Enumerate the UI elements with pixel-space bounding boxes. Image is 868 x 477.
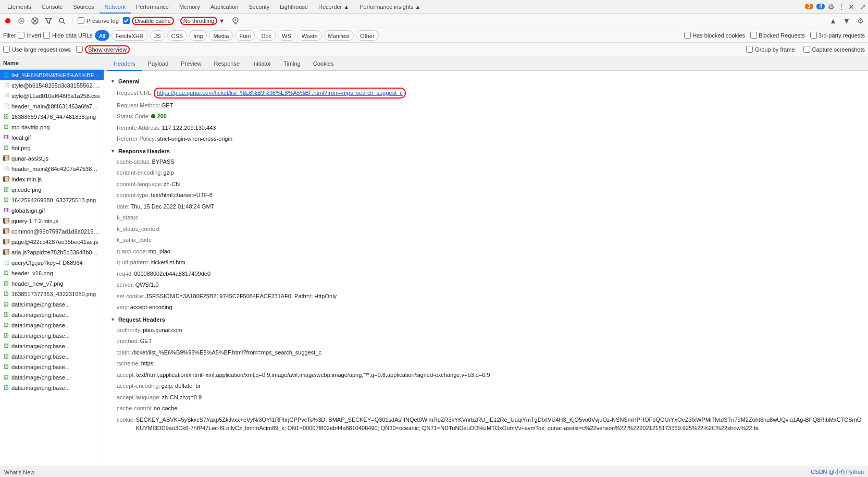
import-har-icon[interactable]: ▲: [828, 16, 838, 26]
file-item[interactable]: 🎞globalsign.gif: [0, 205, 104, 216]
file-item[interactable]: 📜jquery-1.7.2.min.js: [0, 216, 104, 226]
has-blocked-cookies-checkbox[interactable]: Has blocked cookies: [684, 32, 745, 39]
preserve-log-input[interactable]: [78, 17, 84, 24]
file-item[interactable]: 🖼data:image/png;base...: [0, 299, 104, 310]
filter-chip-js[interactable]: JS: [150, 30, 165, 41]
use-large-rows-input[interactable]: [3, 46, 10, 53]
detail-tab-preview[interactable]: Preview: [175, 56, 207, 71]
file-item[interactable]: 🖼1638517377353_432231680.png: [0, 289, 104, 299]
disable-cache-checkbox[interactable]: Disable cache: [123, 17, 174, 25]
tab-security[interactable]: Security: [243, 0, 275, 14]
settings-icon[interactable]: ⚙: [828, 3, 835, 11]
filter-chip-all[interactable]: All: [95, 30, 109, 41]
search-icon[interactable]: [57, 16, 67, 26]
clear-button[interactable]: [30, 16, 40, 26]
invert-input[interactable]: [18, 32, 24, 39]
file-item[interactable]: 🌐list_%E6%B9%98%E8%A5%BF.html: [0, 70, 104, 80]
preserve-log-checkbox[interactable]: Preserve log: [78, 17, 119, 24]
group-by-frame-input[interactable]: [746, 46, 753, 53]
file-item[interactable]: 📜common@99b7597ad1d6a0215f8...: [0, 226, 104, 237]
tab-lighthouse[interactable]: Lighthouse: [275, 0, 313, 14]
detail-tab-headers[interactable]: Headers: [107, 56, 142, 71]
file-item[interactable]: 🖼data:image/png;base...: [0, 341, 104, 351]
settings-right-icon[interactable]: ⚙: [855, 16, 865, 26]
filter-chip-manifest[interactable]: Manifest: [324, 30, 354, 41]
disable-cache-input[interactable]: [123, 17, 130, 24]
file-item[interactable]: 🖼1642594269680_633725513.png: [0, 195, 104, 205]
filter-icon[interactable]: [44, 16, 53, 26]
tab-performance[interactable]: Performance: [131, 0, 174, 14]
file-item[interactable]: 🖼data:image/png;base...: [0, 320, 104, 331]
general-section-header[interactable]: ▼ General: [110, 75, 862, 87]
response-headers-section-header[interactable]: ▼ Response Headers: [110, 145, 862, 156]
show-overview-input[interactable]: [76, 46, 83, 53]
file-item[interactable]: 📄header_main@8f4631463a6fa76d8...: [0, 101, 104, 112]
blocked-requests-input[interactable]: [750, 32, 757, 39]
file-item[interactable]: 🖼qr.code.png: [0, 185, 104, 195]
file-item[interactable]: 🖼header_v16.png: [0, 268, 104, 278]
file-item[interactable]: 📜aria.js?appid=e782b5d33648b0e9e...: [0, 247, 104, 258]
file-item[interactable]: 🎞local.gif: [0, 132, 104, 143]
request-headers-section-header[interactable]: ▼ Request Headers: [110, 313, 862, 325]
tab-elements[interactable]: Elements: [2, 0, 36, 14]
tab-memory[interactable]: Memory: [174, 0, 205, 14]
file-item[interactable]: 📜page@422cc4287ee35bec41ac.js: [0, 237, 104, 247]
close-icon[interactable]: ✕: [848, 3, 854, 11]
throttling-dropdown[interactable]: No throttling ▼: [178, 16, 227, 26]
file-item[interactable]: 🖼data:image/png;base...: [0, 362, 104, 372]
invert-checkbox[interactable]: Invert: [18, 32, 41, 39]
file-item[interactable]: 🖼data:image/png;base...: [0, 351, 104, 362]
file-item[interactable]: 📄style@11ad010af648f6a1a258.css: [0, 91, 104, 101]
detail-tab-timing[interactable]: Timing: [277, 56, 307, 71]
record-button[interactable]: [3, 16, 13, 26]
file-item[interactable]: 📜qunar-assist.js: [0, 153, 104, 164]
third-party-input[interactable]: [810, 32, 817, 39]
detail-tab-response[interactable]: Response: [207, 56, 246, 71]
file-item[interactable]: 🖼1638865973476_447461838.png: [0, 112, 104, 122]
third-party-checkbox[interactable]: 3rd-party requests: [810, 32, 865, 39]
stop-button[interactable]: [17, 16, 26, 26]
filter-chip-other[interactable]: Other: [356, 30, 379, 41]
file-item[interactable]: 📃queryCfg.jsp?key=FD68964: [0, 258, 104, 268]
tab-network[interactable]: Network: [100, 0, 131, 14]
file-item[interactable]: 🖼data:image/png;base...: [0, 383, 104, 393]
filter-chip-ws[interactable]: WS: [278, 30, 295, 41]
group-by-frame-option[interactable]: Group by frame: [746, 46, 795, 53]
more-icon[interactable]: ⋮: [838, 3, 845, 11]
capture-screenshots-input[interactable]: [803, 46, 810, 53]
file-item[interactable]: 🖼hot.png: [0, 143, 104, 153]
hide-data-urls-input[interactable]: [43, 32, 50, 39]
request-url-val[interactable]: https://piao.qunar.com/ticket/list_%E6%B…: [154, 88, 406, 99]
capture-screenshots-option[interactable]: Capture screenshots: [803, 46, 865, 53]
filter-chip-xhr[interactable]: Fetch/XHR: [111, 30, 148, 41]
detail-tab-cookies[interactable]: Cookies: [307, 56, 340, 71]
filter-chip-media[interactable]: Media: [209, 30, 233, 41]
filter-chip-img[interactable]: Img: [189, 30, 207, 41]
detail-tab-initiator[interactable]: Initiator: [246, 56, 277, 71]
filter-chip-wasm[interactable]: Wasm: [297, 30, 322, 41]
has-blocked-cookies-input[interactable]: [684, 32, 691, 39]
file-item[interactable]: 🖼data:image/png;base...: [0, 331, 104, 341]
file-item[interactable]: 📄header_main@84c4207a47538ed3...: [0, 164, 104, 174]
bottom-bar-left[interactable]: What's New: [4, 469, 34, 475]
show-overview-option[interactable]: Show overview: [76, 45, 130, 54]
tab-console[interactable]: Console: [36, 0, 68, 14]
filter-chip-css[interactable]: CSS: [167, 30, 188, 41]
filter-chip-doc[interactable]: Doc: [257, 30, 276, 41]
detail-tab-payload[interactable]: Payload: [142, 56, 175, 71]
file-item[interactable]: 🖼data:image/png;base...: [0, 372, 104, 383]
hide-data-urls-checkbox[interactable]: Hide data URLs: [43, 32, 93, 39]
filter-chip-font[interactable]: Font: [235, 30, 255, 41]
network-conditions-icon[interactable]: [231, 16, 240, 26]
file-item[interactable]: 🖼header_new_v7.png: [0, 278, 104, 289]
tab-application[interactable]: Application: [205, 0, 244, 14]
use-large-rows-option[interactable]: Use large request rows: [3, 46, 71, 53]
file-item[interactable]: 📄style@b61548255d3c33155562.css: [0, 80, 104, 91]
tab-sources[interactable]: Sources: [68, 0, 99, 14]
file-item[interactable]: 🖼data:image/png;base...: [0, 310, 104, 320]
tab-recorder[interactable]: Recorder ▲: [313, 0, 354, 14]
tab-perf-insights[interactable]: Performance insights ▲: [354, 0, 426, 14]
expand-icon[interactable]: ⤢: [860, 3, 866, 11]
export-har-icon[interactable]: ▼: [842, 16, 851, 26]
file-item[interactable]: 🖼mp-daytrip.png: [0, 122, 104, 132]
